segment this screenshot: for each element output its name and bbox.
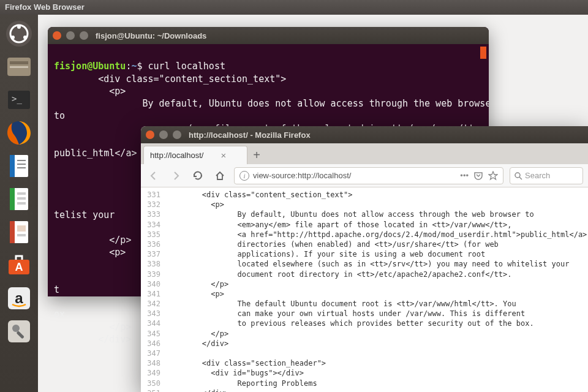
terminal-icon[interactable]: >_ (4, 85, 34, 115)
minimize-icon[interactable] (159, 130, 168, 139)
home-button[interactable] (212, 168, 228, 184)
svg-rect-7 (10, 66, 28, 68)
minimize-icon[interactable] (66, 31, 75, 40)
svg-rect-24 (17, 234, 26, 236)
svg-point-4 (23, 36, 27, 39)
forward-button[interactable] (168, 168, 184, 184)
tab-close-icon[interactable]: × (221, 150, 226, 160)
close-icon[interactable] (146, 130, 154, 139)
close-icon[interactable] (53, 31, 61, 40)
svg-text:>_: >_ (12, 94, 22, 104)
settings-icon[interactable] (4, 316, 34, 347)
svg-text:A: A (15, 261, 23, 273)
svg-point-3 (11, 36, 15, 39)
tab-localhost[interactable]: http://localhost/ × (143, 146, 247, 164)
url-bar[interactable]: i view-source:http://localhost/ ••• (234, 167, 503, 184)
urlbar-actions: ••• (460, 171, 498, 181)
svg-rect-18 (17, 192, 26, 195)
files-icon[interactable] (4, 51, 34, 82)
pocket-icon[interactable] (473, 171, 483, 181)
terminal-command: curl localhost (148, 61, 225, 72)
maximize-icon[interactable] (80, 31, 88, 40)
svg-rect-23 (17, 225, 26, 232)
tab-strip: http://localhost/ × + (141, 143, 588, 164)
software-icon[interactable]: A (4, 250, 34, 281)
search-placeholder: Search (525, 171, 550, 180)
calc-icon[interactable] (4, 184, 34, 214)
amazon-icon[interactable]: a (4, 283, 34, 314)
terminal-title: fisjon@Ubuntu: ~/Downloads (96, 31, 206, 40)
search-bar[interactable]: Search (510, 167, 583, 184)
launcher-dock: >_ A a (0, 15, 38, 392)
writer-icon[interactable] (4, 151, 34, 181)
menubar: Firefox Web Browser (0, 0, 588, 15)
terminal-cursor (480, 47, 486, 59)
firefox-title: http://localhost/ - Mozilla Firefox (189, 130, 311, 140)
svg-rect-22 (10, 221, 15, 243)
new-tab-button[interactable]: + (247, 146, 266, 164)
dash-icon[interactable] (4, 18, 34, 49)
view-source-body[interactable]: <div class="content_section_text"> <p> B… (164, 187, 587, 392)
firefox-viewport[interactable]: 331 332 333 334 335 336 337 338 339 340 … (141, 187, 588, 392)
url-text: view-source:http://localhost/ (253, 171, 351, 180)
svg-point-32 (515, 173, 520, 178)
search-icon (514, 172, 522, 180)
svg-text:a: a (15, 290, 23, 306)
reload-button[interactable] (190, 168, 206, 184)
svg-point-30 (12, 325, 20, 332)
firefox-titlebar[interactable]: http://localhost/ - Mozilla Firefox (141, 126, 588, 143)
terminal-titlebar[interactable]: fisjon@Ubuntu: ~/Downloads (48, 27, 489, 44)
tab-label: http://localhost/ (150, 151, 203, 160)
site-info-icon[interactable]: i (239, 171, 249, 181)
svg-rect-12 (10, 155, 15, 177)
line-number-gutter: 331 332 333 334 335 336 337 338 339 340 … (141, 187, 164, 392)
firefox-icon[interactable] (4, 118, 34, 148)
firefox-toolbar: i view-source:http://localhost/ ••• Sear… (141, 164, 588, 187)
svg-line-33 (519, 177, 522, 179)
maximize-icon[interactable] (173, 130, 181, 139)
impress-icon[interactable] (4, 217, 34, 247)
svg-rect-19 (17, 197, 26, 200)
active-app-title: Firefox Web Browser (5, 2, 85, 12)
firefox-window[interactable]: http://localhost/ - Mozilla Firefox http… (141, 126, 588, 392)
more-icon[interactable]: ••• (460, 171, 469, 181)
svg-point-2 (17, 25, 21, 29)
svg-rect-17 (10, 188, 15, 210)
svg-rect-20 (17, 202, 26, 205)
svg-rect-29 (8, 320, 30, 342)
svg-rect-6 (10, 61, 28, 64)
bookmark-star-icon[interactable] (488, 171, 498, 181)
back-button[interactable] (146, 168, 162, 184)
